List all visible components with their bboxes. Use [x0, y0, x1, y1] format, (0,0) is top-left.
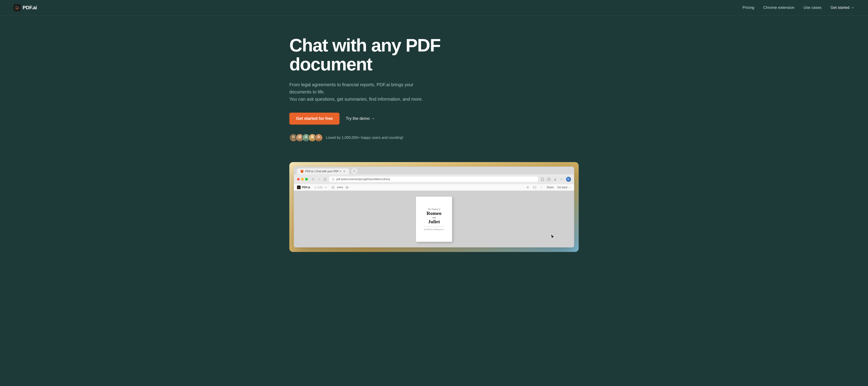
pdf-content-area: The Tragedy of Romeo and Juliet by Willi… [294, 191, 574, 247]
app-content: PDF.ai 1 / 123 144% [294, 184, 574, 247]
svg-point-16 [317, 135, 320, 138]
zoom-out-icon[interactable] [331, 186, 335, 189]
tab-favicon [301, 170, 303, 173]
app-toolbar-left: PDF.ai 1 / 123 144% [297, 185, 348, 189]
svg-point-26 [562, 179, 563, 179]
svg-rect-21 [332, 179, 334, 180]
app-toolbar: PDF.ai 1 / 123 144% [294, 184, 574, 191]
hero-buttons: Get started for free Try the demo → [289, 113, 579, 125]
svg-rect-37 [533, 186, 536, 188]
extensions-icon[interactable] [547, 177, 551, 181]
avatar [315, 134, 323, 142]
svg-point-38 [541, 186, 541, 187]
user-avatar-letter: U [567, 178, 569, 181]
new-tab-icon: + [353, 169, 355, 173]
svg-point-4 [292, 135, 295, 138]
pdfai-logo-small: PDF.ai [297, 185, 310, 189]
svg-rect-1 [16, 8, 18, 8]
hero-subtitle-line2: You can ask questions, get summaries, fi… [289, 97, 423, 102]
get-started-button[interactable]: Get started for free [289, 113, 340, 125]
nav-use-cases[interactable]: Use cases [804, 5, 822, 10]
app-preview: PDF.ai | Chat with your PDF × + [276, 162, 592, 252]
svg-point-10 [305, 135, 307, 138]
svg-point-39 [541, 187, 541, 187]
download-icon[interactable] [553, 177, 557, 181]
svg-point-40 [541, 188, 541, 188]
cursor-indicator [550, 234, 556, 241]
more-icon[interactable] [540, 186, 543, 189]
maximize-dot[interactable] [305, 178, 308, 181]
zoom-level: 144% [337, 186, 343, 189]
avatar-group [289, 134, 323, 142]
hero-subtitle-line1: From legal agreements to financial repor… [289, 82, 413, 94]
tab-close-icon[interactable] [343, 170, 345, 172]
svg-rect-18 [301, 170, 303, 173]
url-bar[interactable]: pdf.ai/documents/0ytcog002am08dmrv3hmq [329, 177, 538, 182]
chat-icon[interactable] [533, 186, 536, 189]
logo-icon [13, 4, 21, 11]
book-title-and: and [432, 216, 436, 219]
book-title-romeo: Romeo [427, 211, 441, 216]
nav-pricing[interactable]: Pricing [743, 5, 754, 10]
nav-links: Pricing Chrome extension Use cases Get s… [743, 5, 855, 10]
minimize-dot[interactable] [301, 178, 304, 181]
add-icon[interactable] [526, 186, 529, 189]
hero-section: Chat with any PDF document From legal ag… [276, 15, 592, 155]
app-logo-label: PDF.ai [302, 186, 310, 189]
book-title-juliet: Juliet [428, 219, 440, 224]
svg-rect-2 [16, 8, 18, 9]
logo-text: PDF.ai [23, 5, 37, 11]
share-label[interactable]: Share [547, 186, 554, 189]
new-tab-button[interactable]: + [351, 168, 358, 174]
lock-icon [332, 178, 335, 181]
forward-arrow-icon[interactable] [317, 178, 320, 181]
book-cover: The Tragedy of Romeo and Juliet by Willi… [416, 197, 452, 242]
refresh-icon[interactable] [323, 178, 327, 181]
svg-point-7 [298, 135, 301, 138]
go-back-label[interactable]: Go back → [557, 186, 571, 189]
svg-point-25 [561, 179, 562, 179]
close-dot[interactable] [297, 178, 300, 181]
browser-window: PDF.ai | Chat with your PDF × + [294, 167, 574, 247]
window-controls [297, 178, 308, 181]
hero-subtitle: From legal agreements to financial repor… [289, 81, 425, 103]
hero-title: Chat with any PDF document [289, 36, 470, 74]
svg-point-13 [311, 135, 314, 138]
browser-chrome: pdf.ai/documents/0ytcog002am08dmrv3hmq [294, 174, 574, 184]
try-demo-button[interactable]: Try the demo → [346, 116, 375, 121]
social-proof-text: Loved by 1,000,000+ happy users and coun… [326, 136, 403, 140]
app-logo-icon-small [297, 185, 301, 189]
social-proof: Loved by 1,000,000+ happy users and coun… [289, 134, 579, 142]
url-text: pdf.ai/documents/0ytcog002am08dmrv3hmq [336, 178, 390, 181]
page-counter: 1 / 123 [315, 186, 322, 189]
navigation: PDF.ai Pricing Chrome extension Use case… [0, 0, 868, 15]
page-dropdown-icon[interactable] [324, 186, 327, 188]
nav-get-started[interactable]: Get started → [831, 5, 855, 10]
browser-mockup: PDF.ai | Chat with your PDF × + [289, 162, 579, 252]
cursor-icon [550, 234, 556, 240]
logo[interactable]: PDF.ai [13, 4, 37, 11]
browser-tab-bar: PDF.ai | Chat with your PDF × + [294, 167, 574, 174]
back-arrow-icon[interactable] [311, 178, 315, 181]
more-options-icon[interactable] [560, 177, 563, 181]
nav-chrome-extension[interactable]: Chrome extension [763, 5, 795, 10]
user-avatar-icon[interactable]: U [566, 177, 571, 182]
tab-label: PDF.ai | Chat with your PDF × [305, 170, 341, 173]
bookmark-icon[interactable] [541, 177, 544, 181]
book-pre-title: The Tragedy of [428, 208, 440, 210]
app-toolbar-right: Share Go back → [526, 186, 571, 189]
svg-point-24 [560, 179, 561, 179]
zoom-in-icon[interactable] [345, 186, 348, 189]
svg-rect-23 [554, 180, 556, 181]
browser-tab: PDF.ai | Chat with your PDF × [297, 168, 349, 174]
book-author: by William Shakespeare [424, 229, 444, 231]
